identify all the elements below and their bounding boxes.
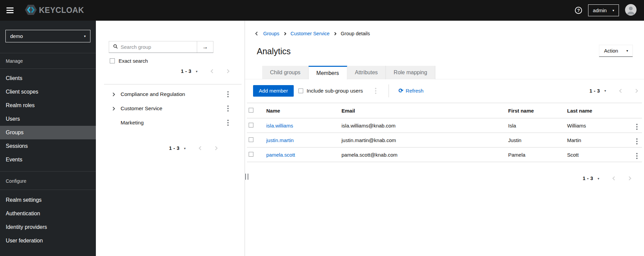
group-name: Customer Service (121, 105, 162, 112)
members-toolbar: Add member Include sub-group users ⟳ Ref… (245, 79, 644, 102)
sidebar-item-events[interactable]: Events (0, 153, 96, 166)
add-member-button[interactable]: Add member (253, 85, 294, 97)
select-all-checkbox[interactable] (249, 108, 253, 113)
tree-pagination-bottom: 1 - 3 ▾ (169, 145, 218, 151)
tab-members[interactable]: Members (309, 66, 347, 80)
divider (104, 84, 242, 84)
member-last-name: Martin (565, 133, 630, 147)
page-title: Analytics (257, 46, 291, 56)
sidebar-item-realm-roles[interactable]: Realm roles (0, 99, 96, 112)
breadcrumb-link-customer-service[interactable]: Customer Service (291, 31, 330, 36)
breadcrumb-separator-icon (334, 32, 337, 36)
pagination-next-button[interactable] (635, 88, 639, 93)
nav-section-manage: Manage (0, 53, 96, 68)
chevron-down-icon[interactable]: ▾ (598, 177, 599, 180)
row-checkbox[interactable] (249, 123, 253, 127)
members-pagination-top: 1 - 3 ▾ (589, 88, 639, 94)
user-avatar[interactable] (625, 4, 637, 17)
sidebar-item-client-scopes[interactable]: Client scopes (0, 85, 96, 99)
arrow-right-icon: → (202, 44, 208, 51)
sidebar-item-authentication[interactable]: Authentication (0, 207, 96, 220)
row-checkbox[interactable] (249, 137, 253, 142)
row-checkbox[interactable] (249, 152, 253, 157)
username-label: admin (593, 7, 607, 13)
tree-item-marketing[interactable]: Marketing (96, 116, 245, 130)
search-submit-button[interactable]: → (197, 41, 213, 53)
chevron-down-icon[interactable]: ▾ (604, 89, 606, 93)
group-name: Marketing (121, 120, 144, 126)
realm-selector[interactable]: demo ▾ (5, 30, 90, 42)
sidebar-item-realm-settings[interactable]: Realm settings (0, 193, 96, 207)
pagination-next-button[interactable] (214, 146, 218, 151)
search-group-input[interactable] (121, 44, 182, 50)
members-table: Name Email First name Last name isla.wil… (247, 103, 642, 162)
tab-child-groups[interactable]: Child groups (262, 66, 309, 79)
masthead: KEYCLOAK ? admin ▾ (0, 0, 644, 21)
member-email: justin.martin@knab.com (340, 133, 506, 147)
pagination-prev-button[interactable] (619, 88, 623, 93)
refresh-label: Refresh (406, 88, 424, 94)
refresh-icon: ⟳ (398, 88, 403, 94)
sidebar-item-clients[interactable]: Clients (0, 72, 96, 85)
keycloak-logo[interactable]: KEYCLOAK (24, 3, 84, 18)
action-label: Action (604, 48, 618, 54)
groups-tree: Compliance and Regulation Customer Servi… (96, 87, 245, 130)
group-actions-kebab-icon[interactable] (226, 119, 230, 127)
help-glyph: ? (577, 8, 580, 13)
toolbar-kebab-icon[interactable] (374, 87, 377, 95)
pagination-range[interactable]: 1 - 3 (583, 176, 593, 181)
member-first-name: Justin (506, 133, 565, 147)
panel-resize-handle[interactable] (245, 174, 248, 180)
row-actions-kebab-icon[interactable] (635, 123, 639, 131)
pagination-prev-button[interactable] (198, 146, 202, 151)
table-row: isla.williams isla.williams@knab.com Isl… (247, 118, 642, 133)
row-actions-kebab-icon[interactable] (635, 137, 639, 145)
chevron-down-icon[interactable]: ▾ (196, 70, 198, 73)
tabs: Child groups Members Attributes Role map… (245, 66, 644, 79)
pagination-next-button[interactable] (226, 69, 230, 74)
breadcrumb-link-groups[interactable]: Groups (263, 31, 279, 36)
member-email: pamela.scott@knab.com (340, 147, 506, 162)
exact-search-checkbox[interactable] (110, 58, 115, 63)
include-subgroup-label: Include sub-group users (307, 88, 363, 94)
pagination-next-button[interactable] (628, 176, 632, 181)
row-actions-kebab-icon[interactable] (635, 152, 639, 160)
chevron-down-icon: ▾ (612, 8, 614, 12)
pagination-range[interactable]: 1 - 3 (589, 88, 600, 94)
sidebar-item-user-federation[interactable]: User federation (0, 234, 96, 248)
pagination-prev-button[interactable] (210, 69, 214, 74)
member-username-link[interactable]: isla.williams (266, 123, 293, 129)
tab-role-mapping[interactable]: Role mapping (386, 66, 435, 79)
hamburger-menu-icon[interactable] (6, 7, 14, 13)
exact-search-label: Exact search (119, 58, 148, 64)
tab-attributes[interactable]: Attributes (347, 66, 386, 79)
member-first-name: Pamela (506, 147, 565, 162)
group-actions-kebab-icon[interactable] (226, 90, 230, 98)
table-row: justin.martin justin.martin@knab.com Jus… (247, 133, 642, 147)
sidebar-item-identity-providers[interactable]: Identity providers (0, 220, 96, 234)
pagination-prev-button[interactable] (612, 176, 616, 181)
group-actions-kebab-icon[interactable] (226, 104, 230, 113)
sidebar-item-users[interactable]: Users (0, 112, 96, 126)
expand-chevron-icon[interactable] (112, 106, 121, 111)
sidebar-item-groups[interactable]: Groups (0, 126, 96, 139)
user-menu-dropdown[interactable]: admin ▾ (588, 4, 619, 16)
tree-item-customer-service[interactable]: Customer Service (96, 101, 245, 116)
refresh-button[interactable]: ⟳ Refresh (398, 88, 423, 94)
member-username-link[interactable]: justin.martin (266, 137, 294, 143)
help-icon[interactable]: ? (575, 7, 582, 14)
pagination-range[interactable]: 1 - 3 (181, 68, 191, 74)
member-username-link[interactable]: pamela.scott (266, 152, 295, 158)
pagination-range[interactable]: 1 - 3 (169, 145, 180, 151)
back-icon[interactable] (255, 31, 258, 36)
group-name: Compliance and Regulation (121, 91, 185, 97)
tree-pagination-top: 1 - 3 ▾ (181, 68, 230, 74)
sidebar-item-sessions[interactable]: Sessions (0, 139, 96, 153)
expand-chevron-icon[interactable] (112, 92, 121, 97)
action-dropdown-button[interactable]: Action ▾ (599, 45, 633, 57)
member-last-name: Williams (565, 118, 630, 133)
tree-item-compliance-and-regulation[interactable]: Compliance and Regulation (96, 87, 245, 101)
chevron-down-icon[interactable]: ▾ (184, 146, 186, 150)
breadcrumb-separator-icon (284, 32, 287, 36)
include-subgroup-checkbox[interactable] (298, 88, 303, 93)
